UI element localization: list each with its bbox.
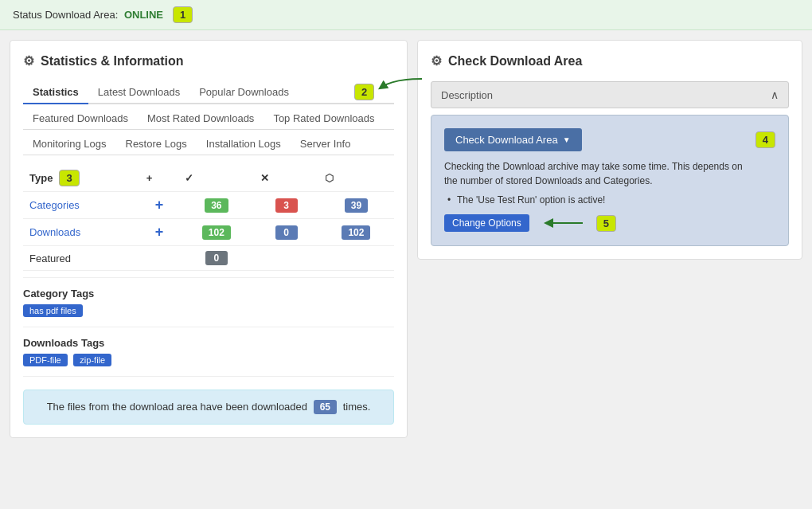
featured-check-count: 0 — [178, 246, 254, 271]
left-panel: ⚙ Statistics & Information Statistics La… — [10, 40, 408, 438]
tab-installation-logs[interactable]: Installation Logs — [197, 133, 291, 156]
downloads-message-text: The files from the download area have be… — [47, 401, 307, 413]
step-badge-2: 2 — [354, 84, 374, 100]
tabs-row-1: Statistics Latest Downloads Popular Down… — [23, 81, 394, 104]
downloads-message: The files from the download area have be… — [23, 390, 394, 425]
right-panel-title: ⚙ Check Download Area — [431, 53, 789, 69]
downloads-x-count: 0 — [254, 219, 318, 246]
check-button-label: Check Download Area — [455, 134, 558, 146]
type-header-text: Type — [29, 172, 53, 184]
categories-plus[interactable]: + — [140, 192, 178, 219]
col-box-header: ⬡ — [318, 165, 394, 192]
gear-icon-right: ⚙ — [431, 53, 442, 69]
col-plus-header: + — [140, 165, 178, 192]
col-check-header: ✓ — [178, 165, 254, 192]
featured-box-count — [318, 246, 394, 271]
categories-box-count: 39 — [318, 192, 394, 219]
tab-server-info[interactable]: Server Info — [291, 133, 361, 156]
right-panel: ⚙ Check Download Area Description ∧ Chec… — [417, 40, 802, 260]
categories-label: Categories — [23, 192, 140, 219]
gear-icon-left: ⚙ — [23, 53, 34, 69]
status-bar: Status Download Area: ONLINE 1 — [0, 0, 812, 30]
category-tags-section: Category Tags has pdf files — [23, 288, 394, 320]
col-x-header: ✕ — [254, 165, 318, 192]
tabs-row-2: Featured Downloads Most Rated Downloads … — [23, 108, 394, 130]
tab-statistics[interactable]: Statistics — [23, 81, 88, 104]
chevron-up-icon: ∧ — [771, 88, 779, 101]
status-label: Status Download Area: ONLINE — [13, 9, 163, 21]
table-row-categories: Categories + 36 3 39 — [23, 192, 394, 219]
check-note-text: The 'Use Test Run' option is active! — [444, 194, 746, 206]
col-type-header: Type 3 — [23, 165, 140, 191]
stats-table: Type 3 + ✓ ✕ ⬡ Categories + — [23, 165, 394, 271]
featured-label: Featured — [23, 246, 140, 271]
downloads-label: Downloads — [23, 219, 140, 246]
downloads-check-count: 102 — [178, 219, 254, 246]
tab-top-rated-downloads[interactable]: Top Rated Downloads — [264, 108, 384, 131]
downloads-link[interactable]: Downloads — [29, 226, 80, 238]
categories-check-count: 36 — [178, 192, 254, 219]
step-badge-4: 4 — [755, 131, 775, 148]
arrow-5 — [539, 213, 587, 233]
check-download-area-button[interactable]: Check Download Area ▼ — [444, 128, 582, 151]
tab-most-rated-downloads[interactable]: Most Rated Downloads — [138, 108, 264, 131]
table-row-downloads: Downloads + 102 0 102 — [23, 219, 394, 246]
description-label: Description — [441, 89, 493, 101]
status-online-value: ONLINE — [124, 9, 163, 21]
arrow-2 — [378, 75, 426, 99]
tab-monitoring-logs[interactable]: Monitoring Logs — [23, 133, 116, 156]
main-layout: ⚙ Statistics & Information Statistics La… — [0, 30, 812, 448]
downloads-tag-pdf[interactable]: PDF-file — [23, 354, 68, 366]
change-options-button[interactable]: Change Options — [444, 214, 529, 232]
downloads-tags-label: Downloads Tags — [23, 337, 394, 349]
left-panel-title: ⚙ Statistics & Information — [23, 53, 394, 69]
tab-popular-downloads[interactable]: Popular Downloads — [189, 81, 299, 104]
downloads-tags-section: Downloads Tags PDF-file zip-file — [23, 337, 394, 370]
table-row-featured: Featured 0 — [23, 246, 394, 271]
tab-restore-logs[interactable]: Restore Logs — [116, 133, 197, 156]
divider-3 — [23, 376, 394, 377]
statistics-title: Statistics & Information — [41, 54, 184, 69]
tabs-section: Statistics Latest Downloads Popular Down… — [23, 81, 394, 155]
tab-featured-downloads[interactable]: Featured Downloads — [23, 108, 138, 131]
step-badge-1: 1 — [173, 6, 193, 23]
category-tags-label: Category Tags — [23, 288, 394, 300]
status-label-text: Status Download Area: — [13, 9, 118, 21]
featured-plus — [140, 246, 178, 271]
tab-latest-downloads[interactable]: Latest Downloads — [88, 81, 189, 104]
downloads-box-count: 102 — [318, 219, 394, 246]
check-area-section: Check Download Area ▼ Checking the Downl… — [431, 115, 789, 246]
dropdown-arrow-icon: ▼ — [563, 135, 571, 144]
categories-x-count: 3 — [254, 192, 318, 219]
downloads-plus[interactable]: + — [140, 219, 178, 246]
step-badge-3: 3 — [59, 170, 79, 186]
downloads-tag-zip[interactable]: zip-file — [73, 354, 111, 366]
downloads-count-badge: 65 — [314, 400, 337, 414]
check-description-text: Checking the Download archive may take s… — [444, 159, 746, 188]
divider-2 — [23, 327, 394, 327]
downloads-message-suffix: times. — [343, 401, 371, 413]
categories-link[interactable]: Categories — [29, 199, 80, 211]
featured-x-count — [254, 246, 318, 271]
divider-1 — [23, 277, 394, 278]
check-download-title: Check Download Area — [448, 54, 582, 69]
tabs-row-3: Monitoring Logs Restore Logs Installatio… — [23, 133, 394, 155]
description-accordion[interactable]: Description ∧ — [431, 81, 789, 108]
category-tag-has-pdf[interactable]: has pdf files — [23, 304, 83, 317]
step-badge-5: 5 — [596, 215, 616, 232]
